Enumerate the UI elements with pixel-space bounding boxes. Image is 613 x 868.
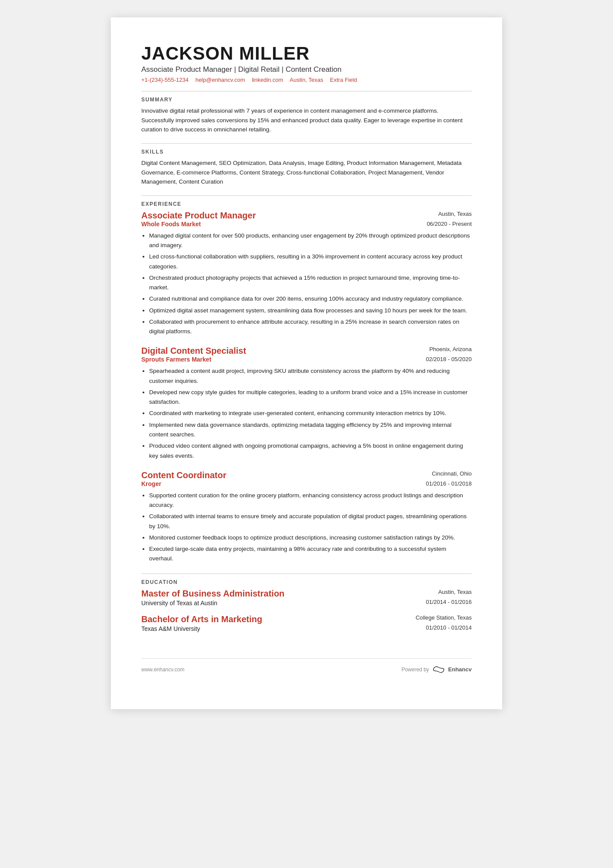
edu-entry-1-header: Master of Business Administration Austin… [141,589,472,599]
summary-divider [141,143,472,144]
candidate-title: Associate Product Manager | Digital Reta… [141,65,472,74]
summary-text: Innovative digital retail professional w… [141,106,472,134]
bullet: Collaborated with procurement to enhance… [149,317,472,337]
header: JACKSON MILLER Associate Product Manager… [141,44,472,83]
extra-field: Extra Field [330,77,357,83]
bullet: Supported content curation for the onlin… [149,491,472,510]
exp-entry-1-date: 06/2020 - Present [427,221,472,227]
experience-section: EXPERIENCE Associate Product Manager Aus… [141,201,472,564]
bullet: Curated nutritional and compliance data … [149,294,472,304]
edu-entry-2-date: 01/2010 - 01/2014 [426,624,472,631]
edu-entry-1-sub: University of Texas at Austin 01/2014 - … [141,599,472,607]
bullet: Coordinated with marketing to integrate … [149,409,472,418]
exp-entry-2-company: Sprouts Farmers Market [141,356,211,363]
edu-entry-1-date: 01/2014 - 01/2016 [426,599,472,605]
exp-entry-3-header: Content Coordinator Cincinnati, Ohio [141,470,472,480]
bullet: Spearheaded a content audit project, imp… [149,366,472,386]
experience-divider [141,573,472,574]
education-title: EDUCATION [141,579,472,585]
exp-entry-3-bullets: Supported content curation for the onlin… [141,491,472,564]
powered-by-label: Powered by [401,667,429,673]
bullet: Managed digital content for over 500 pro… [149,231,472,251]
bullet: Developed new copy style guides for mult… [149,388,472,407]
edu-entry-2-header: Bachelor of Arts in Marketing College St… [141,614,472,624]
edu-entry-2-sub: Texas A&M University 01/2010 - 01/2014 [141,624,472,632]
exp-entry-2-header: Digital Content Specialist Phoenix, Ariz… [141,346,472,356]
exp-entry-1-sub: Whole Foods Market 06/2020 - Present [141,221,472,228]
enhancv-brand-name: Enhancv [448,666,472,673]
summary-title: SUMMARY [141,97,472,103]
edu-entry-2: Bachelor of Arts in Marketing College St… [141,614,472,632]
skills-text: Digital Content Management, SEO Optimiza… [141,158,472,187]
skills-section: SKILLS Digital Content Management, SEO O… [141,149,472,187]
exp-entry-2-location: Phoenix, Arizona [429,346,472,352]
exp-entry-1-header: Associate Product Manager Austin, Texas [141,211,472,221]
exp-entry-1-company: Whole Foods Market [141,221,201,228]
contact-info: +1-(234)-555-1234 help@enhancv.com linke… [141,77,472,83]
footer: www.enhancv.com Powered by Enhancv [141,658,472,674]
exp-entry-2-title: Digital Content Specialist [141,346,246,356]
skills-divider [141,195,472,196]
summary-section: SUMMARY Innovative digital retail profes… [141,97,472,134]
exp-entry-1: Associate Product Manager Austin, Texas … [141,211,472,337]
exp-entry-3: Content Coordinator Cincinnati, Ohio Kro… [141,470,472,564]
header-divider [141,91,472,91]
bullet: Monitored customer feedback loops to opt… [149,533,472,543]
exp-entry-2-bullets: Spearheaded a content audit project, imp… [141,366,472,460]
edu-entry-1-degree: Master of Business Administration [141,589,284,599]
email[interactable]: help@enhancv.com [195,77,245,83]
skills-title: SKILLS [141,149,472,155]
experience-title: EXPERIENCE [141,201,472,207]
edu-entry-2-degree: Bachelor of Arts in Marketing [141,614,262,624]
exp-entry-3-sub: Kroger 01/2016 - 01/2018 [141,480,472,487]
location: Austin, Texas [290,77,323,83]
exp-entry-1-bullets: Managed digital content for over 500 pro… [141,231,472,337]
exp-entry-2: Digital Content Specialist Phoenix, Ariz… [141,346,472,460]
logo-svg [432,665,446,674]
edu-entry-1-school: University of Texas at Austin [141,600,217,607]
bullet: Executed large-scale data entry projects… [149,544,472,564]
exp-entry-3-date: 01/2016 - 01/2018 [426,480,472,487]
edu-entry-1-location: Austin, Texas [438,589,472,595]
enhancv-logo-icon [432,665,446,674]
bullet: Orchestrated product photography project… [149,273,472,293]
bullet: Led cross-functional collaboration with … [149,252,472,271]
bullet: Implemented new data governance standard… [149,420,472,440]
bullet: Optimized digital asset management syste… [149,306,472,315]
bullet: Collaborated with internal teams to ensu… [149,512,472,531]
exp-entry-2-date: 02/2018 - 05/2020 [426,356,472,362]
exp-entry-1-title: Associate Product Manager [141,211,256,221]
exp-entry-2-sub: Sprouts Farmers Market 02/2018 - 05/2020 [141,356,472,363]
resume-page: JACKSON MILLER Associate Product Manager… [111,17,502,709]
linkedin[interactable]: linkedin.com [252,77,283,83]
education-section: EDUCATION Master of Business Administrat… [141,579,472,632]
exp-entry-3-title: Content Coordinator [141,470,227,480]
footer-website: www.enhancv.com [141,667,184,673]
footer-brand: Powered by Enhancv [401,665,472,674]
bullet: Produced video content aligned with ongo… [149,441,472,461]
edu-entry-1: Master of Business Administration Austin… [141,589,472,607]
exp-entry-3-company: Kroger [141,480,161,487]
edu-entry-2-location: College Station, Texas [416,614,472,621]
exp-entry-3-location: Cincinnati, Ohio [432,470,472,477]
phone: +1-(234)-555-1234 [141,77,189,83]
candidate-name: JACKSON MILLER [141,44,472,64]
exp-entry-1-location: Austin, Texas [438,211,472,217]
edu-entry-2-school: Texas A&M University [141,625,200,632]
